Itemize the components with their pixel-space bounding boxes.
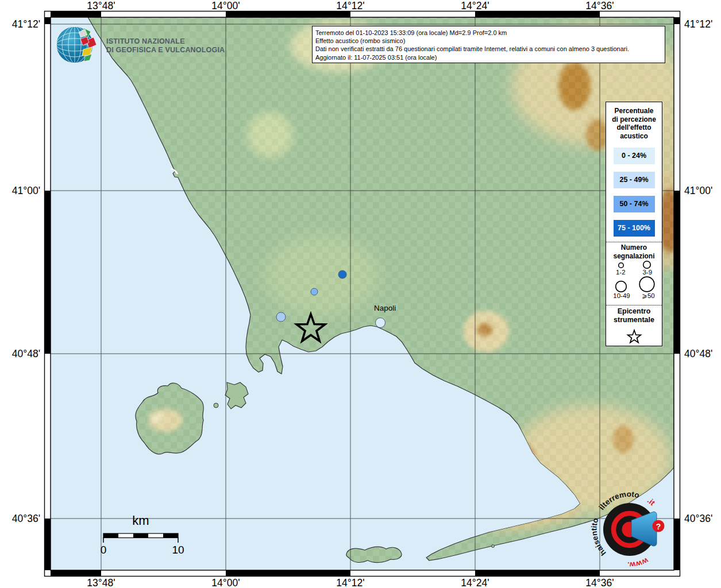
legend-signal-circles-row1 [606,260,662,269]
y-tick-left: 40°36' [12,513,40,524]
y-tick-right: 41°00' [684,185,712,196]
y-tick-left: 41°12' [12,18,40,30]
x-tick-top: 14°36' [585,0,614,11]
x-tick-bottom: 14°24' [461,577,489,588]
legend-epicenter-title: Epicentro strumentale [606,305,662,324]
y-tick-left: 41°00' [12,185,40,196]
x-tick-top: 13°48' [87,0,115,11]
x-tick-bottom: 13°48' [87,577,115,588]
y-tick-right: 41°12' [684,18,712,30]
signal-size-label: ⩾50 [642,292,654,300]
signal-size-label: 3-9 [642,269,652,276]
info-line-effect: Effetto acustico (rombo sismico) [315,37,662,45]
report-dot [276,312,286,322]
report-dot [338,270,346,278]
legend-title-line: segnalazioni [606,252,662,261]
info-line-updated: Aggiornato il: 11-07-2025 03:51 (ora loc… [315,53,662,61]
legend-title-line: Epicentro [606,307,662,316]
logo-question-mark: ? [656,522,661,531]
info-line-event: Terremoto del 01-10-2023 15:33:09 (ora l… [315,29,662,37]
legend-signal-labels-row2: 10-49 ⩾50 [606,292,662,300]
signal-size-label: 1-2 [616,269,626,276]
circle-size-3-9-icon [637,260,657,269]
haisentitoilterremoto-map-page: Napoli km 0 10 [0,0,721,588]
y-tick-left: 40°48' [12,348,40,359]
report-dot [311,288,318,295]
report-dot [376,318,385,328]
legend-title-line: strumentale [606,316,662,324]
x-tick-bottom: 14°12' [336,577,364,588]
scale-bar-end: 10 [172,544,184,556]
legend-title-line: Numero [606,243,662,252]
x-tick-top: 14°00' [211,0,240,11]
legend-signal-labels-row1: 1-2 3-9 [606,269,662,276]
signal-size-label: 10-49 [613,292,630,300]
legend-class-label: 75 - 100% [618,224,650,232]
legend-percentage-title: Percentuale di percezione dell'effetto a… [606,102,662,140]
legend-panel: Percentuale di percezione dell'effetto a… [606,102,662,346]
info-line-data: Dati non verificati estratti da 76 quest… [315,45,662,53]
y-tick-right: 40°48' [684,348,712,359]
ingv-name-line2: DI GEOFISICA E VULCANOLOGIA [106,46,225,54]
ingv-name-line1: ISTITUTO NAZIONALE [106,37,185,45]
legend-title-line: Percentuale [606,107,662,115]
circle-size-10-49-icon [611,280,631,292]
legend-class-50-74: 50 - 74% [614,196,655,212]
legend-signal-circles-row2 [606,276,662,292]
legend-title-line: acustico [606,132,662,141]
circle-size-1-2-icon [611,261,631,269]
islet [214,403,218,408]
circle-size-50plus-icon [637,276,657,292]
earthquake-info-box: Terremoto del 01-10-2023 15:33:09 (ora l… [312,26,665,63]
scale-bar-start: 0 [101,544,107,556]
x-tick-top: 14°12' [336,0,364,11]
legend-class-75-100: 75 - 100% [614,220,655,237]
y-tick-right: 40°36' [684,513,712,524]
legend-signals-title: Numero segnalazioni [606,242,662,260]
x-tick-bottom: 14°00' [211,577,240,588]
legend-star-icon [624,328,644,345]
city-label-napoli: Napoli [374,304,396,312]
legend-title-line: dell'effetto [606,123,662,132]
scale-bar-unit: km [132,513,149,528]
legend-class-label: 0 - 24% [622,152,646,160]
legend-class-25-49: 25 - 49% [614,172,655,188]
legend-class-0-24: 0 - 24% [614,148,655,164]
legend-title-line: di percezione [606,115,662,124]
x-tick-bottom: 14°36' [585,577,614,588]
x-tick-top: 14°24' [461,0,489,11]
legend-class-label: 50 - 74% [619,200,648,208]
legend-class-label: 25 - 49% [619,176,648,184]
